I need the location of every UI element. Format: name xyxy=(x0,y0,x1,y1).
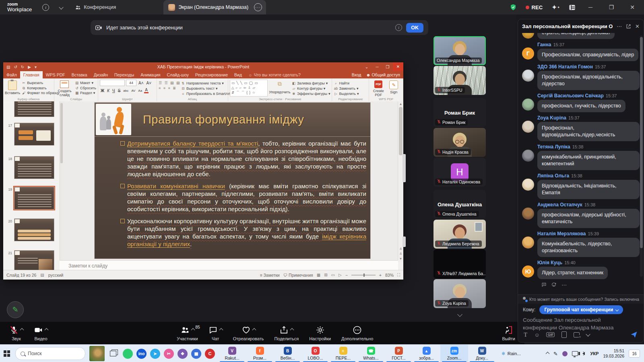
security-shield-icon[interactable] xyxy=(510,4,517,11)
video-tile[interactable]: ХЛ№97 Людмила Ба... xyxy=(433,249,486,278)
paste-button[interactable]: Вставить xyxy=(5,80,20,97)
taskbar-app-ГОСТ[interactable]: PГОСТ... xyxy=(385,345,413,362)
info-icon[interactable]: i xyxy=(42,4,49,11)
slide-thumbnail-19[interactable] xyxy=(14,187,54,210)
taskbar-app-Розм[interactable]: fРозм... xyxy=(246,345,274,362)
message-bubble[interactable]: стратег, менеджер, дипломат xyxy=(537,33,615,39)
text-direction-button[interactable]: ⇅Направление текста ▾ xyxy=(181,81,233,85)
video-tile[interactable]: Zoya Kupina xyxy=(433,279,486,308)
taskbar-app-Вебн[interactable]: BВебін... xyxy=(274,345,301,362)
spellcheck-icon[interactable]: ▤ xyxy=(40,273,44,277)
minimize-button[interactable]: ─ xyxy=(584,4,597,10)
replace-button[interactable]: abЗаменить ▾ xyxy=(334,86,359,90)
taskbar-app-LOBO[interactable]: OLOBO... xyxy=(301,345,329,362)
chat-close-icon[interactable]: ✕ xyxy=(635,23,640,29)
slideshow-icon[interactable]: ▶ xyxy=(28,65,31,69)
ai-companion-icon[interactable]: ✦✦ xyxy=(551,3,560,12)
taskbar-app-ПЕРЕ[interactable]: ≡ПЕРЕ... xyxy=(329,345,357,362)
ppt-tab-wps-pdf[interactable]: WPS PDF xyxy=(43,71,68,78)
slideshow-view-icon[interactable]: ▷ xyxy=(339,273,342,277)
video-tile[interactable]: ННаталія Одинокова xyxy=(433,158,486,187)
taskbar-quick-icon-4[interactable]: ❖ xyxy=(178,349,188,359)
taskbar-app-Доку[interactable]: WДоку... xyxy=(468,345,496,362)
notes-pane[interactable]: Заметки к слайду xyxy=(60,260,398,271)
message-bubble[interactable]: комунікабельний, принциповий, компетентн… xyxy=(537,151,640,170)
ppt-tab-вставка[interactable]: Вставка xyxy=(68,71,91,78)
thumbnail-scrollbar[interactable] xyxy=(60,101,63,270)
clock[interactable]: 15:5119.03.2026 xyxy=(603,348,624,359)
font-name-select[interactable] xyxy=(100,80,125,86)
message-bubble[interactable]: Лідер, стратег, натхненник xyxy=(537,267,608,279)
change-case-button[interactable]: Аа xyxy=(137,89,143,93)
cut-button[interactable]: ✂Вырезать xyxy=(22,81,60,85)
zoom-level[interactable]: 83% xyxy=(385,273,394,278)
quick-styles-label[interactable]: Экспресс-стили xyxy=(259,97,283,101)
ppt-tab-слайд-шоу[interactable]: Слайд-шоу xyxy=(164,71,192,78)
video-tile[interactable]: Надія Краєва xyxy=(433,128,486,157)
video-tile[interactable]: Олександра Мармаза xyxy=(433,36,486,65)
message-bubble[interactable]: професіоналізм, лідерські здібності, емп… xyxy=(537,209,640,228)
sign-button[interactable]: ✎Sign xyxy=(388,80,400,97)
taskbar-quick-icon-5[interactable]: ▦ xyxy=(191,349,201,359)
font-size-select[interactable]: 44 xyxy=(126,80,136,86)
settings-button[interactable]: Настройки xyxy=(304,322,336,344)
chat-button[interactable]: Чат xyxy=(203,322,228,344)
videos-collapse-button[interactable] xyxy=(433,309,486,318)
popout-icon[interactable] xyxy=(626,24,631,29)
slide-thumbnail-18[interactable] xyxy=(14,156,54,179)
align-text-button[interactable]: ⊟Выровнять текст ▾ xyxy=(181,86,233,90)
find-button[interactable]: ⌕Найти xyxy=(334,81,359,85)
message-bubble[interactable]: професіонал, гнучкість, лідерство xyxy=(537,100,625,112)
reading-view-icon[interactable]: ▭ xyxy=(331,273,335,277)
network-icon[interactable] xyxy=(572,351,578,356)
attach-file-icon[interactable] xyxy=(561,331,567,338)
copy-button[interactable]: ⧉Копировать xyxy=(22,86,60,90)
tab-screen-share[interactable]: Экран (Олександра Мармаза) ··· xyxy=(163,0,266,14)
add-reaction-icon[interactable] xyxy=(551,282,557,287)
taskbar-quick-icon-0[interactable] xyxy=(123,349,133,359)
language-switcher[interactable]: УКР xyxy=(590,351,599,356)
video-tile[interactable]: Людмила Бережна xyxy=(433,220,486,249)
taskbar-app-Zoom[interactable]: zmZoom... xyxy=(440,345,468,362)
send-button[interactable] xyxy=(630,331,638,339)
normal-view-icon[interactable]: ▦ xyxy=(317,273,320,277)
maximize-button[interactable]: ❐ xyxy=(605,4,617,10)
emoji-icon[interactable]: ☺ xyxy=(534,332,539,338)
message-bubble[interactable]: Професіоналізм, відповідальність, лідерс… xyxy=(537,71,640,90)
message-bubble[interactable]: Професіонал, відповідальність,лідер,чесн… xyxy=(537,122,640,141)
screenshot-icon[interactable] xyxy=(574,332,580,337)
ribbon-options-icon[interactable]: ⌄ xyxy=(361,65,372,69)
taskbar-search[interactable]: Поиск xyxy=(15,347,85,360)
ppt-tab-анимация[interactable]: Анимация xyxy=(137,71,163,78)
taskbar-app-Whats[interactable]: ☎Whats... xyxy=(357,345,385,362)
view-layout-icon[interactable] xyxy=(569,4,576,11)
underline-button[interactable]: Ч xyxy=(111,88,116,93)
reset-button[interactable]: ↺Сбросить xyxy=(75,86,96,90)
select-button[interactable]: ▷Выделить ▾ xyxy=(334,92,359,96)
video-tile[interactable]: Роман БрикРоман Брик xyxy=(433,98,486,127)
start-button[interactable] xyxy=(0,350,14,357)
share-button[interactable]: Поделиться xyxy=(269,322,304,344)
volume-icon[interactable] xyxy=(582,352,585,355)
close-button[interactable]: ✕ xyxy=(626,4,638,10)
shape-effects-button[interactable]: ❋Эффекты фигуры ▾ xyxy=(292,92,330,96)
format-text-icon[interactable]: T xyxy=(524,331,527,338)
shapes-gallery[interactable]: ▭ ╲ ╲ ▭ ◯ ▭△ ⌐ ⌐ ⇦ ⇩ ▱⇵ ⌒ ⌒ { } ☆ xyxy=(230,80,268,97)
shadow-button[interactable]: abc xyxy=(122,89,129,93)
bullets-buttons[interactable]: ☰ ☰ ▤ ▤ xyxy=(159,81,180,85)
tab-conference[interactable]: Конференция xyxy=(75,4,116,10)
smartart-button[interactable]: ⌗Преобразовать в SmartArt ▾ xyxy=(181,92,233,96)
create-pdf-button[interactable]: PDFCreate PDF xyxy=(371,80,386,97)
participants-button[interactable]: 85Участники xyxy=(171,322,203,344)
more-actions-icon[interactable]: ⋯ xyxy=(561,282,567,288)
save-icon[interactable]: ▤ xyxy=(6,65,10,69)
taskbar-quick-icon-2[interactable]: ➤ xyxy=(150,349,160,359)
ppt-titlebar[interactable]: ▤ ↺ ↻ ▶ ▾ ХАБ Презентация Імідж керівник… xyxy=(3,62,403,71)
slide-thumbnail-21[interactable] xyxy=(14,250,54,270)
chat-scrollbar[interactable] xyxy=(640,35,643,277)
ppt-tab-дизайн[interactable]: Дизайн xyxy=(91,71,111,78)
pen-icon[interactable]: ✎ xyxy=(553,351,558,357)
taskbar-quick-icon-6[interactable]: C xyxy=(205,349,215,359)
message-bubble[interactable]: Професіоналізм, справедливість, лідер xyxy=(537,49,638,61)
sign-in-link[interactable]: Вход xyxy=(352,72,361,77)
